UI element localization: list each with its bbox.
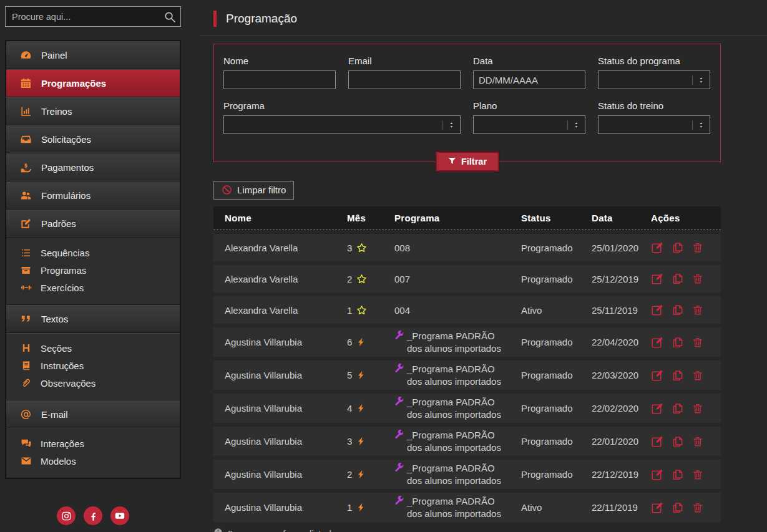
bolt-icon	[356, 436, 366, 447]
cell-status: Programado	[521, 469, 592, 480]
copy-icon[interactable]	[672, 435, 684, 448]
edit-icon[interactable]	[651, 402, 663, 415]
sidebar-subitem-label: Sequências	[41, 248, 89, 258]
sidebar-subitem-interacoes[interactable]: Interações	[6, 435, 180, 452]
sidebar-item-painel[interactable]: Painel	[6, 41, 180, 69]
copy-icon[interactable]	[672, 273, 684, 285]
instagram-icon	[61, 511, 72, 521]
table-row[interactable]: Agustina Villarubia1_Programa PADRÃO dos…	[213, 493, 721, 522]
column-header-data: Data	[592, 213, 651, 223]
table-row[interactable]: Alexandra Varella2007Programado25/12/201…	[213, 265, 721, 293]
programa-select[interactable]	[223, 115, 461, 134]
caret-updown-icon	[567, 120, 584, 130]
status-treino-select[interactable]	[598, 115, 710, 134]
sidebar-item-formularios[interactable]: Formulários	[6, 181, 180, 210]
status-programa-select[interactable]	[598, 70, 710, 89]
filter-button[interactable]: Filtrar	[436, 152, 499, 172]
trash-icon[interactable]	[692, 501, 703, 514]
sidebar-subitem-sequencias[interactable]: Sequências	[6, 244, 180, 261]
funnel-icon	[447, 157, 456, 167]
edit-icon[interactable]	[651, 273, 663, 285]
copy-icon[interactable]	[672, 468, 684, 481]
sidebar-subitem-label: Instruções	[41, 360, 84, 371]
edit-icon[interactable]	[651, 501, 663, 514]
book-icon	[20, 360, 32, 370]
sidebar-item-label: Painel	[41, 50, 67, 60]
sidebar-item-treinos[interactable]: Treinos	[6, 97, 180, 125]
table-row[interactable]: Agustina Villarubia2_Programa PADRÃO dos…	[213, 460, 721, 489]
copy-icon[interactable]	[672, 336, 684, 349]
youtube-button[interactable]	[110, 506, 129, 525]
search-input[interactable]	[6, 7, 180, 26]
mes-number: 2	[347, 469, 352, 480]
sidebar-item-solicitacoes[interactable]: Solicitações	[6, 125, 180, 153]
copy-icon[interactable]	[672, 402, 684, 415]
sidebar-subitem-exercicios[interactable]: Exercícios	[6, 279, 180, 296]
cell-data: 25/11/2019	[592, 305, 651, 316]
sidebar-subitem-label: Observações	[41, 378, 95, 389]
bolt-icon	[356, 502, 366, 513]
sidebar-subitem-secoes[interactable]: Seções	[6, 339, 180, 357]
nome-input[interactable]	[223, 70, 336, 89]
trash-icon[interactable]	[692, 304, 703, 316]
search-icon[interactable]	[164, 11, 176, 26]
trash-icon[interactable]	[692, 336, 703, 349]
trash-icon[interactable]	[692, 402, 703, 415]
filter-row: ProgramaPlanoStatus do treino	[223, 100, 711, 134]
sidebar-item-email[interactable]: E-mail	[6, 400, 180, 428]
sidebar-subitem-modelos[interactable]: Modelos	[6, 452, 180, 470]
inbox-icon	[19, 133, 32, 145]
wrench-icon	[394, 430, 404, 439]
trash-icon[interactable]	[692, 435, 703, 448]
edit-icon[interactable]	[651, 304, 663, 316]
instagram-button[interactable]	[57, 506, 76, 525]
cell-acoes	[651, 273, 721, 285]
sidebar-subitem-instrucoes[interactable]: Instruções	[6, 357, 180, 374]
plano-select[interactable]	[473, 115, 585, 134]
table-row[interactable]: Alexandra Varella1004Ativo25/11/2019	[213, 296, 721, 324]
sidebar-subitem-programas[interactable]: Programas	[6, 261, 180, 279]
programa-text: _Programa PADRÃO dos alunos importados	[407, 429, 510, 453]
mes-number: 3	[347, 243, 352, 253]
table-row[interactable]: Alexandra Varella3008Programado25/01/202…	[213, 234, 721, 261]
trash-icon[interactable]	[692, 468, 703, 481]
star-icon	[356, 274, 367, 284]
cell-acoes	[651, 402, 721, 415]
filter-field-email: Email	[348, 56, 461, 89]
table-row[interactable]: Agustina Villarubia5_Programa PADRÃO dos…	[213, 360, 721, 390]
sidebar-subitem-label: Modelos	[41, 456, 76, 467]
edit-icon[interactable]	[651, 369, 663, 382]
trash-icon[interactable]	[692, 241, 703, 254]
facebook-button[interactable]	[84, 506, 102, 525]
sidebar-subitem-label: Programas	[41, 265, 86, 276]
table-row[interactable]: Agustina Villarubia4_Programa PADRÃO dos…	[213, 394, 721, 423]
cell-mes: 1	[347, 305, 394, 316]
edit-icon[interactable]	[651, 336, 663, 349]
cell-mes: 4	[347, 403, 394, 414]
copy-icon[interactable]	[672, 501, 684, 514]
cell-programa: _Programa PADRÃO dos alunos importados	[394, 462, 521, 486]
table-row[interactable]: Agustina Villarubia6_Programa PADRÃO dos…	[213, 327, 721, 357]
sidebar-subitem-observacoes[interactable]: Observações	[6, 374, 180, 392]
trash-icon[interactable]	[692, 273, 703, 285]
data-input[interactable]	[473, 70, 585, 89]
edit-icon[interactable]	[651, 435, 663, 448]
email-input[interactable]	[348, 70, 461, 89]
sidebar-item-padroes[interactable]: Padrões	[6, 210, 180, 238]
edit-icon[interactable]	[651, 241, 663, 254]
table-row[interactable]: Agustina Villarubia3_Programa PADRÃO dos…	[213, 427, 721, 456]
edit-icon[interactable]	[651, 468, 663, 481]
copy-icon[interactable]	[672, 369, 684, 382]
trash-icon[interactable]	[692, 369, 703, 382]
info-icon	[213, 528, 223, 532]
star-icon	[356, 305, 367, 316]
mes-number: 4	[347, 403, 352, 414]
sidebar-item-programacoes[interactable]: Programações	[6, 69, 180, 97]
mes-number: 6	[347, 337, 352, 347]
clear-filter-button[interactable]: Limpar filtro	[213, 181, 294, 200]
copy-icon[interactable]	[672, 304, 684, 316]
bolt-icon	[356, 337, 366, 347]
sidebar-item-pagamentos[interactable]: Pagamentos	[6, 153, 180, 181]
copy-icon[interactable]	[672, 241, 684, 254]
sidebar-item-textos[interactable]: Textos	[6, 305, 180, 333]
